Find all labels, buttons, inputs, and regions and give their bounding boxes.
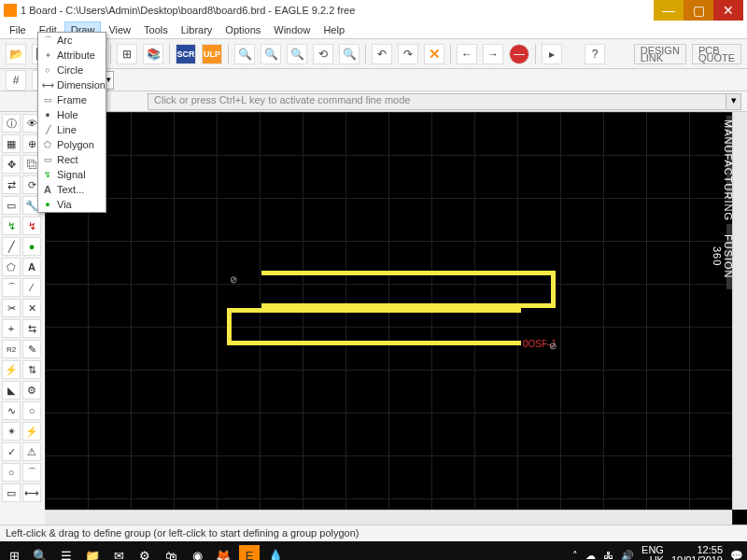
line-tool[interactable]: ∕	[22, 278, 41, 297]
tray-onedrive-icon[interactable]: ☁	[585, 550, 596, 561]
grid-button[interactable]: #	[6, 70, 26, 91]
clock[interactable]: 12:5510/01/2019	[671, 545, 723, 560]
tray-network-icon[interactable]: 🖧	[603, 550, 613, 560]
zoom-in-button[interactable]: 🔍	[261, 44, 281, 64]
tray-up-icon[interactable]: ˄	[572, 550, 578, 561]
redo-button[interactable]: ↷	[398, 44, 418, 64]
group-tool[interactable]: ▭	[2, 196, 21, 215]
autoroute-tool[interactable]: ⚡	[22, 422, 41, 441]
name-tool[interactable]: R2	[2, 340, 21, 358]
meander-tool[interactable]: ∿	[2, 401, 21, 420]
zoom-select-button[interactable]: 🔍	[339, 44, 359, 64]
taskview-button[interactable]: ☰	[56, 545, 77, 560]
open-button[interactable]: 📂	[6, 44, 26, 64]
errors-tool[interactable]: ⚠	[22, 442, 41, 461]
other-task[interactable]: 💧	[265, 545, 286, 560]
design-link-button[interactable]: DESIGN LINK	[634, 44, 686, 64]
cancel-button[interactable]: ✕	[424, 44, 444, 64]
circle-tool[interactable]: ○	[2, 463, 21, 482]
miter-tool[interactable]: ◣	[2, 381, 21, 399]
chrome-button[interactable]: ◉	[187, 545, 207, 560]
draw-frame[interactable]: ▭Frame	[38, 92, 106, 107]
v-scrollbar[interactable]	[732, 112, 747, 510]
tray-volume-icon[interactable]: 🔊	[621, 550, 634, 561]
settings-button[interactable]: ⚙	[134, 545, 155, 560]
board-sch-button[interactable]: ⊞	[117, 44, 137, 64]
via-tool[interactable]: ●	[22, 237, 41, 256]
draw-line[interactable]: ╱Line	[38, 122, 106, 137]
info-tool[interactable]: ⓘ	[2, 114, 21, 133]
explorer-button[interactable]: 📁	[82, 545, 103, 560]
dimension-tool[interactable]: ⟷	[22, 483, 41, 502]
rect-tool[interactable]: ▭	[2, 483, 21, 502]
start-button[interactable]: ⊞	[4, 545, 24, 560]
store-button[interactable]: 🛍	[161, 545, 181, 560]
forward-button[interactable]: →	[483, 44, 503, 64]
draw-text[interactable]: AText...	[38, 182, 106, 197]
hole2-tool[interactable]: ○	[22, 401, 41, 420]
menu-help[interactable]: Help	[317, 22, 350, 37]
delete-tool[interactable]: ✕	[22, 299, 41, 317]
library-button[interactable]: 📚	[143, 44, 163, 64]
menu-tools[interactable]: Tools	[138, 22, 174, 37]
optimize-tool[interactable]: ⚙	[22, 381, 41, 399]
layer-tool[interactable]: ▦	[2, 134, 21, 153]
arc-tool[interactable]: ⌒	[2, 278, 21, 297]
smash-tool[interactable]: ⚡	[2, 360, 21, 379]
split-tool[interactable]: ✂	[2, 299, 21, 317]
menu-options[interactable]: Options	[219, 22, 266, 37]
menu-file[interactable]: File	[4, 22, 32, 37]
menu-library[interactable]: Library	[176, 22, 218, 37]
zoom-fit-button[interactable]: 🔍	[234, 44, 255, 64]
menu-view[interactable]: View	[103, 22, 136, 37]
erc-tool[interactable]: ✓	[2, 442, 21, 461]
maximize-button[interactable]: ▢	[684, 0, 713, 21]
windows-taskbar: ⊞ 🔍 ☰ 📁 ✉ ⚙ 🛍 ◉ 🦊 E 💧 ˄ ☁ 🖧 🔊 ENGUK 12:5…	[0, 541, 747, 560]
route-tool[interactable]: ↯	[2, 217, 21, 235]
command-input[interactable]: Click or press Ctrl+L key to activate co…	[148, 93, 726, 110]
eagle-task[interactable]: E	[239, 545, 260, 560]
menu-window[interactable]: Window	[268, 22, 316, 37]
draw-signal[interactable]: ↯Signal	[38, 167, 106, 182]
draw-rect[interactable]: ▭Rect	[38, 152, 106, 167]
canvas[interactable]: ⊘ 0OSF-J ⊘ MANUFACTURING FUSION 360	[45, 112, 747, 525]
close-button[interactable]: ✕	[713, 0, 743, 21]
draw-via[interactable]: ●Via	[38, 197, 106, 212]
back-button[interactable]: ←	[457, 44, 477, 64]
draw-dimension[interactable]: ⟷Dimension	[38, 77, 106, 92]
lang-indicator[interactable]: ENGUK	[641, 545, 664, 560]
search-button[interactable]: 🔍	[30, 545, 50, 560]
draw-hole[interactable]: ●Hole	[38, 107, 106, 122]
value-tool[interactable]: ✎	[22, 340, 41, 358]
draw-arc[interactable]: ⌒Arc	[38, 33, 106, 48]
stop-button[interactable]: —	[509, 44, 529, 64]
undo-button[interactable]: ↶	[372, 44, 392, 64]
wire-tool[interactable]: ╱	[2, 237, 21, 256]
notifications-button[interactable]: 💬	[730, 550, 743, 561]
draw-attribute[interactable]: ⌖Attribute	[38, 48, 106, 63]
help-button[interactable]: ?	[585, 44, 605, 64]
mirror-tool[interactable]: ⇄	[2, 175, 21, 194]
zoom-redraw-button[interactable]: ⟲	[313, 44, 333, 64]
pinswap-tool[interactable]: ⇅	[22, 360, 41, 379]
draw-polygon[interactable]: ⬠Polygon	[38, 137, 106, 152]
zoom-out-button[interactable]: 🔍	[287, 44, 307, 64]
mail-button[interactable]: ✉	[108, 545, 129, 560]
command-dropdown[interactable]: ▾	[726, 93, 741, 110]
ripup-tool[interactable]: ↯	[22, 217, 41, 235]
text-tool[interactable]: A	[22, 258, 41, 276]
scr-button[interactable]: SCR	[176, 44, 196, 64]
replace-tool[interactable]: ⇆	[22, 319, 41, 338]
h-scrollbar[interactable]	[45, 510, 732, 525]
ratsnest-tool[interactable]: ✴	[2, 422, 21, 441]
polygon-tool[interactable]: ⬠	[2, 258, 21, 276]
minimize-button[interactable]: —	[654, 0, 684, 21]
firefox-button[interactable]: 🦊	[213, 545, 233, 560]
draw-circle[interactable]: ○Circle	[38, 63, 106, 77]
add-tool[interactable]: +	[2, 319, 21, 338]
ulp-button[interactable]: ULP	[202, 44, 222, 64]
arc2-tool[interactable]: ⌒	[22, 463, 41, 482]
go-button[interactable]: ▸	[542, 44, 562, 64]
pcb-quote-button[interactable]: PCB QUOTE	[692, 44, 741, 64]
move-tool[interactable]: ✥	[2, 155, 21, 174]
